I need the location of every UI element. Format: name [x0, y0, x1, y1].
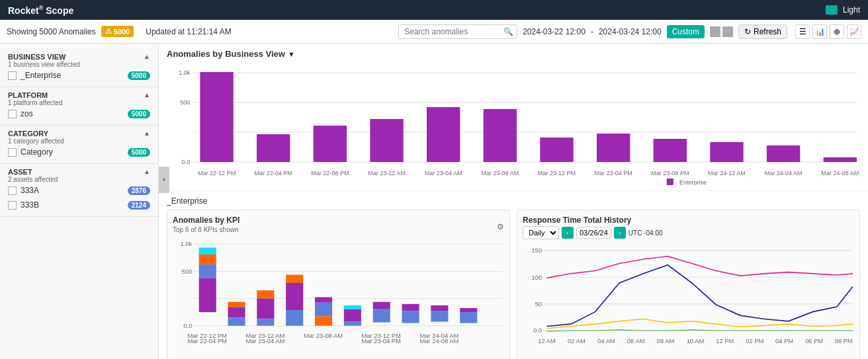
response-period-select[interactable]: Daily: [523, 226, 559, 239]
svg-text:1.0k: 1.0k: [180, 241, 192, 247]
svg-text:Mar 23-12 PM: Mar 23-12 PM: [538, 170, 576, 177]
svg-rect-55: [315, 316, 332, 325]
svg-rect-41: [199, 255, 216, 264]
search-input[interactable]: [404, 27, 503, 36]
svg-text:Mar 22-08 PM: Mar 22-08 PM: [311, 170, 349, 177]
response-chart-area: 150 100 50 0.0: [523, 243, 854, 359]
svg-text:100: 100: [532, 273, 542, 280]
response-prev-button[interactable]: ‹: [562, 227, 574, 239]
svg-rect-16: [710, 142, 743, 162]
refresh-button[interactable]: ↻ Refresh: [738, 24, 787, 39]
svg-text:08 PM: 08 PM: [835, 337, 853, 344]
sidebar-item-enterprise: _Enterprise 5000: [8, 68, 150, 83]
sidebar-section-header-asset[interactable]: ASSET 2 assets affected ▲: [8, 168, 150, 183]
svg-rect-42: [199, 264, 216, 278]
bv-chart-section: Anomalies by Business View ▼ 1.0k 500 0.…: [159, 44, 868, 191]
333b-count: 2124: [128, 201, 150, 210]
platform-chevron-icon: ▲: [144, 91, 150, 99]
333a-count: 2876: [128, 186, 150, 195]
sidebar-section-header-category[interactable]: CATEGORY 1 category affected ▲: [8, 130, 150, 145]
enterprise-count: 5000: [128, 71, 150, 80]
svg-rect-12: [484, 109, 517, 162]
svg-text:Mar 24-08 AM: Mar 24-08 AM: [821, 170, 859, 177]
svg-text:12 AM: 12 AM: [538, 337, 556, 344]
svg-rect-54: [315, 303, 332, 317]
svg-rect-10: [370, 119, 403, 162]
theme-box: [826, 5, 838, 15]
grey-boxes: [710, 26, 733, 37]
svg-rect-13: [540, 138, 573, 162]
top-nav-right: Light: [826, 5, 860, 15]
sidebar-collapse-button[interactable]: ‹: [159, 167, 169, 193]
svg-text:10 AM: 10 AM: [687, 337, 705, 344]
content-area: Anomalies by Business View ▼ 1.0k 500 0.…: [159, 44, 868, 359]
response-chart-box: Response Time Total History Daily ‹ 03/2…: [517, 210, 860, 359]
svg-rect-66: [460, 312, 477, 323]
grey-box-1: [710, 26, 720, 37]
bv-subtitle: 1 business view affected: [8, 61, 80, 68]
lower-section: _Enterprise Anomalies by KPI Top 6 of 8 …: [159, 191, 868, 359]
svg-rect-52: [286, 310, 303, 326]
svg-rect-58: [344, 322, 361, 326]
response-date-label: 03/26/24: [576, 227, 611, 239]
kpi-chart-title: Anomalies by KPI: [173, 216, 239, 225]
sidebar-item-category: Category 5000: [8, 145, 150, 159]
response-chart-svg: 150 100 50 0.0: [523, 243, 854, 359]
svg-text:0.0: 0.0: [533, 327, 542, 334]
svg-rect-17: [767, 145, 800, 162]
date-range-sep: -: [591, 27, 593, 36]
anomaly-badge: 5000: [101, 26, 134, 37]
bv-chevron-icon: ▲: [144, 53, 150, 60]
view-icons: ☰ 📊 ⊕ 📈: [795, 24, 861, 39]
bv-chart-title: Anomalies by Business View ▼: [167, 49, 860, 59]
sidebar-section-header-bv[interactable]: BUSINESS VIEW 1 business view affected ▲: [8, 53, 150, 68]
bv-chart-dropdown-icon[interactable]: ▼: [288, 50, 295, 58]
scatter-view-button[interactable]: ⊕: [830, 24, 844, 39]
line-view-button[interactable]: 📈: [847, 24, 861, 39]
kpi-chart-svg: 1.0k 500 0.0: [173, 237, 504, 356]
category-checkbox[interactable]: [8, 148, 17, 157]
svg-rect-63: [431, 305, 448, 311]
sidebar-section-header-platform[interactable]: PLATFORM 1 platform affected ▲: [8, 91, 150, 106]
svg-rect-9: [314, 126, 347, 162]
svg-text:02 PM: 02 PM: [746, 337, 763, 344]
toolbar: Showing 5000 Anomalies 5000 Updated at 1…: [0, 20, 868, 44]
enterprise-label: _Enterprise: [21, 71, 124, 80]
sidebar-item-333a: 333A 2876: [8, 183, 150, 198]
enterprise-checkbox[interactable]: [8, 71, 17, 80]
bv-chart-container: 1.0k 500 0.0: [167, 63, 860, 185]
svg-rect-8: [257, 134, 290, 162]
response-chart-title: Response Time Total History: [523, 216, 854, 225]
lower-charts: Anomalies by KPI Top 6 of 8 KPIs shown ⚙: [167, 210, 860, 359]
sidebar: BUSINESS VIEW 1 business view affected ▲…: [0, 44, 159, 359]
search-box[interactable]: 🔍: [398, 24, 517, 39]
svg-rect-56: [344, 305, 361, 309]
svg-text:06 PM: 06 PM: [805, 337, 823, 344]
svg-text:0.0: 0.0: [182, 159, 191, 165]
bar-view-button[interactable]: 📊: [812, 24, 827, 39]
theme-label: Light: [843, 5, 860, 15]
svg-text:Mar 23-08 AM: Mar 23-08 AM: [481, 170, 519, 177]
response-next-button[interactable]: ›: [614, 227, 626, 239]
kpi-gear-icon[interactable]: ⚙: [497, 222, 504, 231]
svg-rect-18: [824, 157, 857, 162]
list-view-button[interactable]: ☰: [795, 24, 810, 39]
bv-chart-svg: 1.0k 500 0.0: [167, 63, 860, 185]
enterprise-section-label: _Enterprise: [167, 196, 860, 206]
kpi-chart-box: Anomalies by KPI Top 6 of 8 KPIs shown ⚙: [167, 210, 510, 359]
svg-text:Mar 24-04 AM: Mar 24-04 AM: [765, 170, 803, 177]
zos-checkbox[interactable]: [8, 110, 17, 118]
platform-title: PLATFORM: [8, 91, 63, 99]
date-range-end: 2024-03-24 12:00: [599, 27, 662, 36]
svg-text:Mar 23-04 PM: Mar 23-04 PM: [361, 339, 400, 345]
svg-rect-57: [344, 309, 361, 322]
333b-checkbox[interactable]: [8, 201, 17, 210]
333a-checkbox[interactable]: [8, 186, 17, 195]
top-nav: Rocket® Scope Light: [0, 0, 868, 20]
updated-label: Updated at 11:21:14 AM: [146, 27, 231, 36]
svg-text:06 AM: 06 AM: [627, 337, 645, 344]
svg-text:Mar 24-12 AM: Mar 24-12 AM: [708, 170, 746, 177]
asset-chevron-icon: ▲: [144, 168, 150, 175]
asset-subtitle: 2 assets affected: [8, 176, 58, 183]
custom-button[interactable]: Custom: [667, 25, 705, 38]
